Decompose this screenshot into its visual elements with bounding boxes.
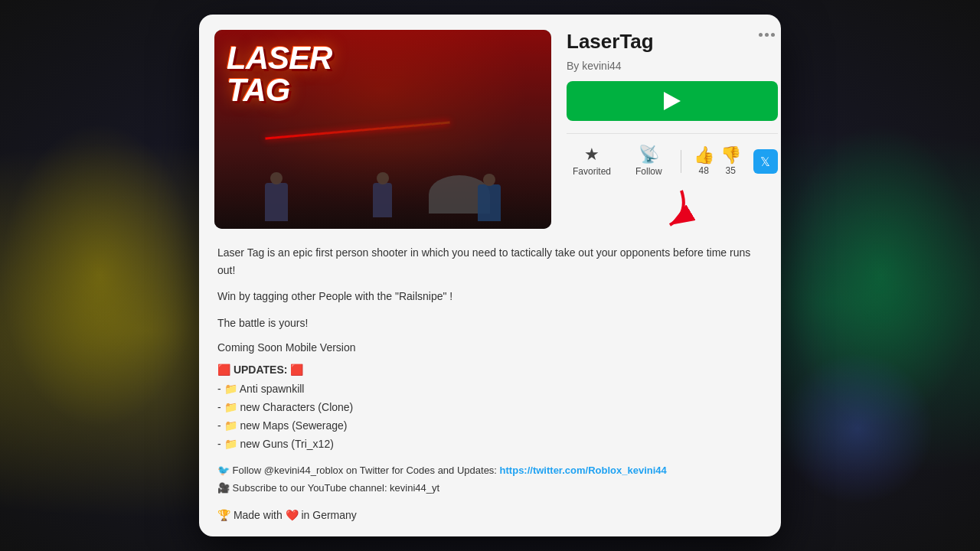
description-line-3: The battle is yours! (217, 315, 763, 331)
twitter-share-button[interactable]: 𝕏 (753, 149, 778, 174)
info-panel: LaserTag By kevini44 ★ Favorited 📡 (567, 30, 778, 229)
thumbnail-inner: LASERTAG (214, 30, 551, 229)
twitter-icon: 𝕏 (760, 155, 770, 169)
play-icon (664, 92, 681, 110)
dot-3 (771, 33, 775, 37)
social-links: 🐦 Follow @kevini44_roblox on Twitter for… (217, 462, 763, 496)
card-body: Laser Tag is an epic first person shoote… (199, 229, 781, 536)
figure-1 (265, 183, 288, 221)
game-title: LaserTag (567, 30, 654, 54)
updates-header: 🟥 UPDATES: 🟥 (217, 364, 763, 376)
rss-icon: 📡 (639, 146, 659, 163)
play-button[interactable] (567, 81, 778, 121)
dislike-count: 35 (726, 165, 736, 176)
description-line-4: Coming Soon Mobile Version (217, 339, 763, 356)
figure-3 (478, 184, 501, 221)
description-line-1: Laser Tag is an epic first person shoote… (217, 244, 763, 279)
like-button[interactable]: 👍 48 (694, 147, 714, 176)
game-thumbnail: LASERTAG (214, 30, 551, 229)
game-author: By kevini44 (567, 60, 778, 72)
dislike-button[interactable]: 👎 35 (720, 147, 741, 176)
dot-2 (765, 33, 769, 37)
more-options-button[interactable] (756, 30, 778, 40)
divider (681, 150, 681, 173)
game-header: LaserTag (567, 30, 778, 54)
thumbs-up-icon: 👍 (694, 147, 714, 164)
like-count: 48 (699, 165, 709, 176)
follow-label: Follow (635, 166, 662, 177)
bg-blob-left (0, 122, 199, 429)
twitter-prefix: 🐦 Follow @kevini44_roblox on Twitter for… (217, 465, 500, 476)
card-top-section: LASERTAG LaserTag By kevini4 (199, 15, 781, 229)
star-icon: ★ (584, 146, 599, 163)
footer-text: 🏆 Made with ❤️ in Germany (217, 509, 763, 521)
update-item: - 📁 new Guns (Tri_x12) (217, 435, 763, 454)
updates-list: - 📁 Anti spawnkill- 📁 new Characters (Cl… (217, 380, 763, 453)
follow-button[interactable]: 📡 Follow (629, 143, 668, 180)
laser-beam-decoration (265, 122, 449, 140)
description-line-2: Win by tagging other People with the "Ra… (217, 288, 763, 305)
figure-2 (373, 183, 392, 217)
twitter-social-line: 🐦 Follow @kevini44_roblox on Twitter for… (217, 462, 763, 479)
game-card: LASERTAG LaserTag By kevini4 (199, 15, 781, 536)
action-row: ★ Favorited 📡 Follow 👍 48 👎 35 (567, 133, 778, 180)
favorite-label: Favorited (573, 166, 611, 177)
youtube-social-line: 🎥 Subscribe to our YouTube channel: kevi… (217, 480, 763, 497)
update-item: - 📁 new Characters (Clone) (217, 399, 763, 417)
figures-group (214, 183, 551, 221)
update-item: - 📁 Anti spawnkill (217, 380, 763, 399)
dot-1 (759, 33, 763, 37)
favorite-button[interactable]: ★ Favorited (567, 143, 617, 180)
game-logo-text: LASERTAG (227, 42, 332, 106)
twitter-url-link[interactable]: https://twitter.com/Roblox_kevini44 (500, 465, 667, 476)
vote-group: 👍 48 👎 35 (694, 147, 741, 176)
thumbs-down-icon: 👎 (720, 147, 741, 164)
bg-blob-bottom-right (781, 352, 934, 505)
update-item: - 📁 new Maps (Sewerage) (217, 417, 763, 435)
